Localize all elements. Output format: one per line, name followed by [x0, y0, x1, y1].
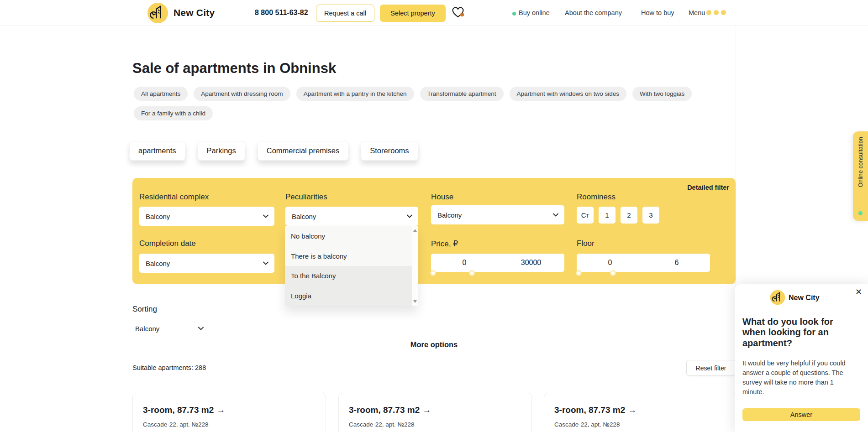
price-label: Price, ₽	[431, 239, 458, 249]
nav-buy-online[interactable]: Buy online	[519, 9, 550, 16]
chevron-down-icon	[263, 261, 268, 265]
online-status-dot	[858, 211, 863, 215]
divider	[742, 310, 860, 310]
scroll-up-icon[interactable]	[413, 229, 417, 232]
peculiarities-dropdown-list: No balcony There is a balcony To the Bal…	[285, 226, 418, 306]
filter-panel: Detailed filter Residential complex Balc…	[132, 178, 736, 284]
peculiarities-select[interactable]: Balcony	[285, 207, 418, 226]
option-no-balcony[interactable]: No balcony	[285, 226, 418, 246]
apartment-card-title[interactable]: 3-room, 87.73 m2→	[143, 405, 316, 415]
answer-button[interactable]: Answer	[742, 408, 860, 421]
apartment-card[interactable]: 3-room, 87.73 m2→ Cascade-22, apt. №228	[338, 393, 532, 432]
residential-complex-select[interactable]: Balcony	[139, 207, 274, 226]
roominess-label: Roominess	[577, 193, 615, 202]
select-property-button[interactable]: Select property	[380, 5, 446, 22]
online-consultation-tab[interactable]: Online consultation	[853, 131, 868, 221]
completion-date-label: Completion date	[139, 239, 196, 248]
chip-windows-two-sides[interactable]: Apartment with windows on two sides	[510, 87, 626, 101]
price-range: 0 30000	[431, 254, 564, 272]
option-loggia[interactable]: Loggia	[285, 286, 418, 306]
apartment-card-title[interactable]: 3-room, 87.73 m2→	[349, 405, 521, 415]
page: New City 8 800 511-63-82 Request a call …	[0, 0, 868, 432]
roominess-3-button[interactable]: 3	[642, 207, 659, 224]
phone-number[interactable]: 8 800 511-63-82	[255, 9, 308, 17]
request-call-button[interactable]: Request a call	[316, 5, 374, 22]
floor-range: 0 6	[577, 254, 710, 272]
roominess-buttons: Ст 1 2 3	[577, 207, 659, 224]
arrow-right-icon: →	[216, 405, 225, 415]
residential-complex-label: Residential complex	[139, 193, 209, 202]
sorting-label: Sorting	[132, 305, 157, 314]
peculiarities-label: Peculiarities	[285, 193, 327, 202]
chevron-down-icon	[407, 214, 412, 218]
roominess-2-button[interactable]: 2	[621, 207, 637, 224]
survey-heading: What do you look for when looking for an…	[742, 317, 850, 349]
scroll-down-icon[interactable]	[413, 300, 417, 303]
brand-name: New City	[174, 7, 215, 18]
apartment-card[interactable]: 3-room, 87.73 m2→ Cascade-22, apt. №228	[132, 393, 326, 432]
tab-parkings[interactable]: Parkings	[198, 141, 245, 161]
survey-brand-name: New City	[789, 294, 820, 302]
price-slider-handle-max[interactable]	[469, 270, 475, 276]
tab-storerooms[interactable]: Storerooms	[361, 141, 418, 161]
completion-date-select[interactable]: Balcony	[139, 254, 274, 273]
chevron-down-icon	[198, 327, 204, 330]
filter-chips: All apartments Apartment with dressing r…	[134, 87, 723, 120]
roominess-1-button[interactable]: 1	[599, 207, 615, 224]
buy-online-status-dot	[512, 12, 516, 16]
chip-transformable[interactable]: Transformable apartment	[420, 87, 504, 101]
apartment-card-subtitle: Cascade-22, apt. №228	[143, 421, 316, 428]
close-icon[interactable]: ✕	[855, 288, 862, 296]
floor-max-input[interactable]: 6	[643, 254, 710, 272]
chevron-down-icon	[263, 214, 268, 218]
detailed-filter-link[interactable]: Detailed filter	[687, 184, 729, 191]
tab-commercial-premises[interactable]: Commercial premises	[258, 141, 349, 161]
option-there-is-a-balcony[interactable]: There is a balcony	[285, 246, 418, 266]
sorting-select[interactable]: Balcony	[135, 321, 207, 336]
floor-label: Floor	[577, 239, 594, 248]
nav-how-to-buy[interactable]: How to buy	[641, 9, 674, 16]
survey-widget: ✕ New City What do you look for when loo…	[735, 284, 868, 432]
apartment-card-subtitle: Cascade-22, apt. №228	[554, 421, 727, 428]
arrow-right-icon: →	[628, 405, 637, 415]
reset-filter-button[interactable]: Reset filter	[686, 360, 736, 376]
floor-slider-handle-max[interactable]	[610, 270, 616, 276]
brand-logo-icon[interactable]	[147, 2, 168, 24]
apartment-card-subtitle: Cascade-22, apt. №228	[349, 421, 521, 428]
page-title: Sale of apartments in Obninsk	[132, 60, 336, 77]
more-options-button[interactable]: More options	[408, 340, 460, 349]
price-max-input[interactable]: 30000	[498, 254, 564, 272]
floor-slider-handle-min[interactable]	[576, 270, 582, 276]
chip-dressing-room[interactable]: Apartment with dressing room	[194, 87, 290, 101]
price-min-input[interactable]: 0	[431, 254, 498, 272]
option-to-the-balcony[interactable]: To the Balcony	[285, 266, 418, 286]
brand-logo-icon	[770, 290, 785, 305]
online-consultation-label: Online consultation	[857, 137, 864, 187]
results-count: Suitable apartments: 288	[132, 364, 206, 371]
floor-min-input[interactable]: 0	[577, 254, 643, 272]
tab-apartments[interactable]: apartments	[129, 141, 185, 161]
chip-pantry-kitchen[interactable]: Apartment with a pantry in the kitchen	[296, 87, 414, 101]
category-tabs: apartments Parkings Commercial premises …	[129, 141, 418, 161]
house-select[interactable]: Balcony	[431, 205, 564, 224]
header: New City 8 800 511-63-82 Request a call …	[0, 0, 868, 26]
dropdown-scrollbar[interactable]	[412, 226, 418, 306]
survey-body-text: It would be very helpful if you could an…	[742, 359, 857, 397]
favorites-heart-icon[interactable]	[451, 6, 466, 20]
chip-family-with-child[interactable]: For a family with a child	[134, 106, 213, 120]
chip-all-apartments[interactable]: All apartments	[134, 87, 188, 101]
apartment-card[interactable]: 3-room, 87.73 m2→ Cascade-22, apt. №228	[544, 393, 737, 432]
roominess-studio-button[interactable]: Ст	[577, 207, 594, 224]
chevron-down-icon	[553, 213, 558, 217]
chip-two-loggias[interactable]: With two loggias	[632, 87, 692, 101]
menu-dots-icon	[706, 10, 726, 15]
house-label: House	[431, 193, 453, 202]
apartment-card-title[interactable]: 3-room, 87.73 m2→	[554, 405, 727, 415]
price-slider-handle-min[interactable]	[430, 270, 436, 276]
nav-menu[interactable]: Menu	[689, 9, 705, 16]
nav-about-company[interactable]: About the company	[565, 9, 622, 16]
arrow-right-icon: →	[422, 405, 431, 415]
